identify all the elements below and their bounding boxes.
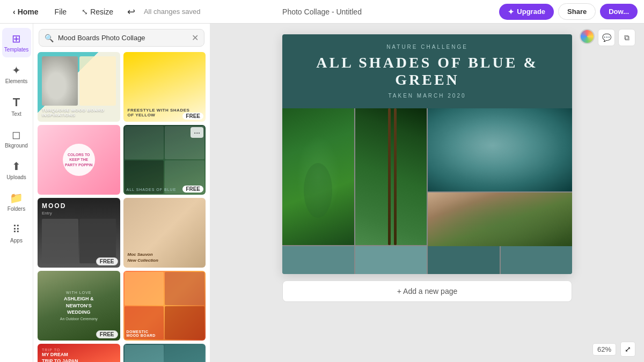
folders-label: Folders [8,206,25,212]
elements-icon: ✦ [12,64,21,77]
topbar-left: ‹ Home File ⤡ Resize ↩ All changes saved [6,3,495,21]
undo-button[interactable]: ↩ [123,3,140,21]
comment-button[interactable]: 💬 [598,29,615,46]
color-circle-button[interactable] [580,29,595,44]
template-card-wedding[interactable]: With Love ASHLEIGH &NEWTON'SWEDDING An O… [38,271,120,341]
canvas-bottom: 62% ⤢ [592,342,635,357]
swatch-2 [355,246,427,274]
folders-icon: 📁 [10,191,23,204]
elements-label: Elements [5,78,28,85]
template-card-turquoise[interactable]: Turquoise Mood BoardInspirations [38,52,120,122]
text-icon: T [13,95,20,109]
sidebar-item-text[interactable]: T Text [2,91,31,122]
sidebar-item-templates[interactable]: ⊞ Templates [2,28,31,57]
add-page-button[interactable]: + Add a new page [282,280,572,302]
icon-sidebar: ⊞ Templates ✦ Elements T Text ◻ Bkground… [0,24,33,362]
right-photos [428,108,572,245]
background-icon: ◻ [12,128,21,141]
template-card-teal[interactable]: Nature Inspiration [123,344,206,362]
left-photos [282,108,427,245]
upgrade-label: Upgrade [517,8,545,16]
sidebar-item-elements[interactable]: ✦ Elements [2,60,31,89]
sidebar-item-apps[interactable]: ⠿ Apps [2,219,31,248]
topbar-right: ✦ Upgrade Share Dow... [499,3,638,20]
apps-label: Apps [10,238,23,244]
template-card-orange[interactable]: DomesticMood Board [123,271,206,341]
sidebar-item-uploads[interactable]: ⬆ Uploads [2,156,31,185]
swatch-1 [282,246,354,274]
canvas-document: Nature Challenge ALL SHADES OF BLUE & GR… [282,34,572,274]
free-badge-dark-green: FREE [182,186,203,193]
sidebar-item-background[interactable]: ◻ Bkground [2,124,31,153]
canvas-area: 💬 ⧉ Nature Challenge ALL SHADES OF BLUE … [210,24,644,362]
doc-date: Taken March 2020 [295,93,559,99]
file-button[interactable]: File [49,4,72,19]
canvas-toolbar: 💬 ⧉ [580,29,635,46]
sidebar-item-folders[interactable]: 📁 Folders [2,187,31,217]
zoom-expand-button[interactable]: ⤢ [620,342,635,357]
search-clear-button[interactable]: ✕ [192,33,199,43]
photo-railway [355,108,427,245]
template-card-yellow[interactable]: Freestyle With ShadesOf Yellow FREE [123,52,206,122]
doc-title: Photo Collage - Untitled [282,8,362,16]
template-card-japan[interactable]: TRIP TO MY DREAMTRIP TO JAPANIN 2020 [38,344,120,362]
home-label: Home [18,8,39,16]
topbar: ‹ Home File ⤡ Resize ↩ All changes saved… [0,0,644,24]
more-button-dark-green[interactable]: ··· [191,127,203,138]
free-badge-wedding: FREE [96,330,118,338]
templates-panel: 🔍 ✕ Turquoise Mood BoardInspirations [33,24,210,362]
main-layout: ⊞ Templates ✦ Elements T Text ◻ Bkground… [0,24,644,362]
zoom-level: 62% [592,343,616,356]
background-label: Bkground [5,143,28,149]
template-card-dark-green[interactable]: FREE All Shades Of Blue ··· [123,125,206,195]
status-text: All changes saved [144,8,201,16]
free-badge-yellow: FREE [182,113,203,120]
free-badge-mood: FREE [96,257,118,265]
share-button[interactable]: Share [558,3,596,20]
search-input[interactable] [58,34,187,42]
download-button[interactable]: Dow... [600,4,638,19]
template-card-pink[interactable]: Colors To Keep The Party Poppin [38,125,120,195]
resize-icon: ⤡ [82,8,88,16]
text-label: Text [11,111,21,117]
photo-succulent [428,108,572,191]
uploads-label: Uploads [6,174,26,181]
swatch-3 [428,246,500,274]
resize-label: Resize [90,8,113,16]
uploads-icon: ⬆ [12,160,21,173]
photo-hands [428,193,572,246]
chevron-left-icon: ‹ [13,8,16,16]
resize-button[interactable]: ⤡ Resize [76,4,119,19]
doc-header: Nature Challenge ALL SHADES OF BLUE & GR… [282,34,572,108]
upgrade-icon: ✦ [508,8,514,16]
home-button[interactable]: ‹ Home [6,4,45,19]
template-card-mood[interactable]: MOOD Entry FREE [38,198,120,268]
photo-leaves [282,108,354,245]
photo-grid [282,108,572,274]
search-bar: 🔍 ✕ [39,29,204,47]
template-card-tan[interactable]: Moc SauvonNew Collection [123,198,206,268]
duplicate-button[interactable]: ⧉ [618,29,635,46]
upgrade-button[interactable]: ✦ Upgrade [499,4,554,20]
search-icon: 🔍 [45,34,54,42]
color-swatches [282,246,572,274]
templates-icon: ⊞ [12,32,21,45]
apps-icon: ⠿ [12,223,20,236]
doc-subtitle: Nature Challenge [295,44,559,50]
templates-grid: Turquoise Mood BoardInspirations Freesty… [33,50,210,362]
swatch-4 [501,246,573,274]
doc-title: ALL SHADES OF BLUE & GREEN [295,54,559,88]
templates-label: Templates [4,47,29,53]
